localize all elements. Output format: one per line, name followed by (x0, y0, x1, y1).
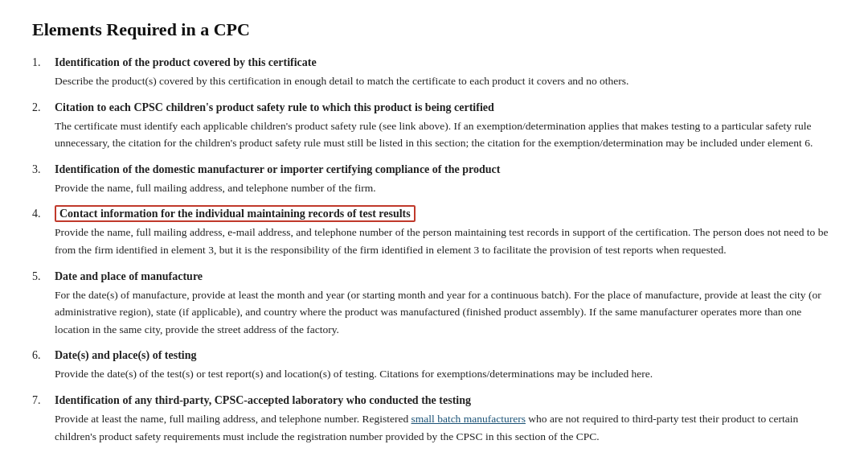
item-description: Provide at least the name, full mailing … (55, 410, 836, 445)
elements-list: Identification of the product covered by… (32, 56, 836, 445)
item-description: The certificate must identify each appli… (55, 117, 836, 152)
page-heading: Elements Required in a CPC (32, 19, 836, 40)
list-item: Contact information for the individual m… (32, 208, 836, 258)
item-title: Identification of any third-party, CPSC-… (55, 394, 471, 406)
item-description: Provide the name, full mailing address, … (55, 224, 836, 258)
list-item: Citation to each CPSC children's product… (32, 101, 836, 152)
item-description: For the date(s) of manufacture, provide … (55, 286, 836, 339)
list-item: Identification of the product covered by… (32, 56, 836, 90)
item-title: Citation to each CPSC children's product… (55, 101, 494, 113)
item-description: Provide the name, full mailing address, … (55, 179, 836, 197)
item-title: Identification of the domestic manufactu… (55, 163, 500, 175)
item-title: Identification of the product covered by… (55, 56, 317, 68)
item-title: Date and place of manufacture (55, 270, 203, 282)
item-description: Describe the product(s) covered by this … (55, 72, 836, 90)
list-item: Identification of the domestic manufactu… (32, 163, 836, 197)
list-item: Identification of any third-party, CPSC-… (32, 394, 836, 445)
list-item: Date and place of manufactureFor the dat… (32, 270, 836, 339)
item-title: Date(s) and place(s) of testing (55, 349, 197, 361)
item-title: Contact information for the individual m… (55, 205, 416, 222)
small-batch-manufacturers-link[interactable]: small batch manufacturers (411, 413, 526, 425)
list-item: Date(s) and place(s) of testingProvide t… (32, 349, 836, 383)
item-description: Provide the date(s) of the test(s) or te… (55, 365, 836, 383)
